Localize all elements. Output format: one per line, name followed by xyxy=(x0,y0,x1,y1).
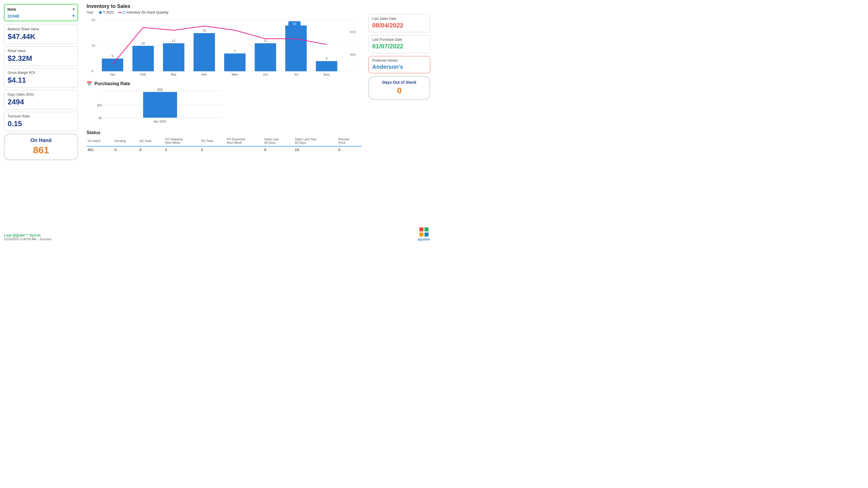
purchasing-rate-title: 📅 Purchasing Rate xyxy=(87,81,362,86)
last-purchase-date-card: Last Purchase Date 01/07/2022 xyxy=(369,35,430,53)
bar-feb xyxy=(132,46,154,71)
val-sales-year-60: 19 xyxy=(293,146,337,153)
svg-text:11: 11 xyxy=(172,39,176,42)
retail-value-label: Retail Value xyxy=(8,49,74,53)
qqube-logo-text: qqube xyxy=(418,237,430,241)
col-sales-year-60: Sales Last Year60 Days xyxy=(293,137,337,146)
bar-jan xyxy=(102,59,123,71)
preferred-vendor-card: Preferred Vendor Anderson's xyxy=(369,56,430,73)
col-pending: Pending xyxy=(114,137,138,146)
chart-legend: Year Y 2022 Inventory On Hand Quantity xyxy=(87,10,362,14)
sidebar: Item ▾ 31048 ▾ Balance Sheet Value $47.4… xyxy=(0,0,82,244)
svg-text:10: 10 xyxy=(141,41,145,45)
retail-value-card: Retail Value $2.32M xyxy=(4,47,78,66)
val-sales-60: 6 xyxy=(263,146,293,153)
bar-jul xyxy=(285,26,307,71)
svg-text:Aug: Aug xyxy=(323,73,330,75)
svg-text:Mar: Mar xyxy=(171,73,177,75)
legend-year-label: Year xyxy=(87,10,93,14)
svg-text:400: 400 xyxy=(350,53,356,56)
turnover-ratio-label: Turnover Ratio xyxy=(8,114,74,118)
val-po-total: 0 xyxy=(200,146,226,153)
footer-subtitle: 12/15/2023 3:30:56 AM – Success xyxy=(4,237,52,241)
status-table: On Hand Pending SO Total SO ShippingNext… xyxy=(87,137,362,153)
last-sales-date-card: Last Sales Date 08/04/2022 xyxy=(369,14,430,32)
svg-text:11: 11 xyxy=(264,39,267,42)
inventory-chart-title: Inventory to Sales xyxy=(87,3,362,9)
preferred-vendor-label: Preferred Vendor xyxy=(372,59,427,63)
footer-title: Last QQube™ Synch xyxy=(4,233,52,237)
item-selector-value: 31048 xyxy=(7,13,19,19)
svg-text:0: 0 xyxy=(91,69,93,73)
bar-may xyxy=(224,54,246,71)
right-panel: Last Sales Date 08/04/2022 Last Purchase… xyxy=(366,0,434,244)
svg-text:Apr 2022: Apr 2022 xyxy=(154,120,166,123)
val-pending: 0 xyxy=(114,146,138,153)
turnover-ratio-value: 0.15 xyxy=(8,119,74,128)
purchasing-rate-section: 📅 Purchasing Rate $50 $0 $55 Apr 2022 xyxy=(87,81,362,126)
balance-sheet-label: Balance Sheet Value xyxy=(8,27,74,31)
svg-text:7: 7 xyxy=(234,49,236,53)
qqube-cube-icon xyxy=(419,227,429,237)
svg-rect-32 xyxy=(425,227,429,232)
gross-margin-label: Gross Margin ROI xyxy=(8,71,74,75)
preferred-vendor-value: Anderson's xyxy=(372,64,427,70)
col-so-total: SO Total xyxy=(138,137,164,146)
on-hand-card: On Hand 861 xyxy=(4,133,78,160)
col-so-shipping: SO ShippingNext Week xyxy=(164,137,200,146)
svg-text:Apr: Apr xyxy=(202,73,207,75)
legend-inventory-icon xyxy=(118,11,125,14)
bar-apr xyxy=(193,33,215,71)
col-sales-60: Sales Last60 Days xyxy=(263,137,293,146)
days-sales-label: Days Sales (DSI) xyxy=(8,92,74,96)
val-so-total: 9 xyxy=(138,146,164,153)
svg-text:$55: $55 xyxy=(158,88,163,91)
bar-jun xyxy=(255,43,276,71)
calendar-icon: 📅 xyxy=(87,81,92,86)
last-sales-date-value: 08/04/2022 xyxy=(372,22,427,29)
days-out-of-stock-label: Days Out of Stock xyxy=(372,80,426,85)
item-selector-label: Item xyxy=(7,7,16,11)
inventory-chart-section: Inventory to Sales Year Y 2022 Inventory… xyxy=(87,3,362,77)
svg-text:May: May xyxy=(231,73,238,75)
col-reorder: ReorderPoint xyxy=(337,137,362,146)
svg-text:Feb: Feb xyxy=(140,73,146,75)
turnover-ratio-card: Turnover Ratio 0.15 xyxy=(4,112,78,131)
svg-text:Jul: Jul xyxy=(294,73,298,75)
inventory-chart-svg: 20 10 0 600 400 5 Jan xyxy=(87,16,362,75)
legend-inventory: Inventory On Hand Quantity xyxy=(118,10,168,14)
col-po-expected: PO ExpectedNext Week xyxy=(226,137,263,146)
days-out-of-stock-card: Days Out of Stock 0 xyxy=(369,76,430,100)
status-title: Status xyxy=(87,130,362,135)
bar-mar xyxy=(163,43,184,71)
last-sales-date-label: Last Sales Date xyxy=(372,17,427,21)
svg-text:10: 10 xyxy=(91,44,95,47)
item-value-chevron: ▾ xyxy=(72,13,75,19)
col-po-total: PO Total xyxy=(200,137,226,146)
legend-y2022-dot xyxy=(99,11,102,14)
retail-value-value: $2.32M xyxy=(8,54,74,63)
val-so-shipping: 0 xyxy=(164,146,200,153)
days-sales-card: Days Sales (DSI) 2494 xyxy=(4,90,78,110)
status-table-header: On Hand Pending SO Total SO ShippingNext… xyxy=(87,137,362,146)
main-content: Inventory to Sales Year Y 2022 Inventory… xyxy=(82,0,366,244)
legend-inventory-label: Inventory On Hand Quantity xyxy=(126,10,168,14)
legend-y2022: Y 2022 xyxy=(99,10,114,14)
item-selector-chevron: ▾ xyxy=(73,7,75,11)
days-sales-value: 2494 xyxy=(8,98,74,106)
status-table-row: 861 0 9 0 0 6 19 0 xyxy=(87,146,362,153)
svg-text:5: 5 xyxy=(112,54,114,58)
on-hand-label: On Hand xyxy=(8,138,74,144)
svg-text:18: 18 xyxy=(293,22,297,26)
svg-rect-33 xyxy=(420,233,424,237)
gross-margin-value: $4.11 xyxy=(8,76,74,85)
svg-text:$0: $0 xyxy=(99,116,102,120)
val-po-expected xyxy=(226,146,263,153)
last-purchase-date-value: 01/07/2022 xyxy=(372,43,427,50)
svg-text:Jun: Jun xyxy=(263,73,268,75)
balance-sheet-value: $47.44K xyxy=(8,32,74,41)
purchasing-chart-svg: $50 $0 $55 Apr 2022 xyxy=(87,88,228,125)
item-selector[interactable]: Item ▾ 31048 ▾ xyxy=(4,4,78,21)
on-hand-value: 861 xyxy=(8,145,74,156)
last-purchase-date-label: Last Purchase Date xyxy=(372,38,427,41)
